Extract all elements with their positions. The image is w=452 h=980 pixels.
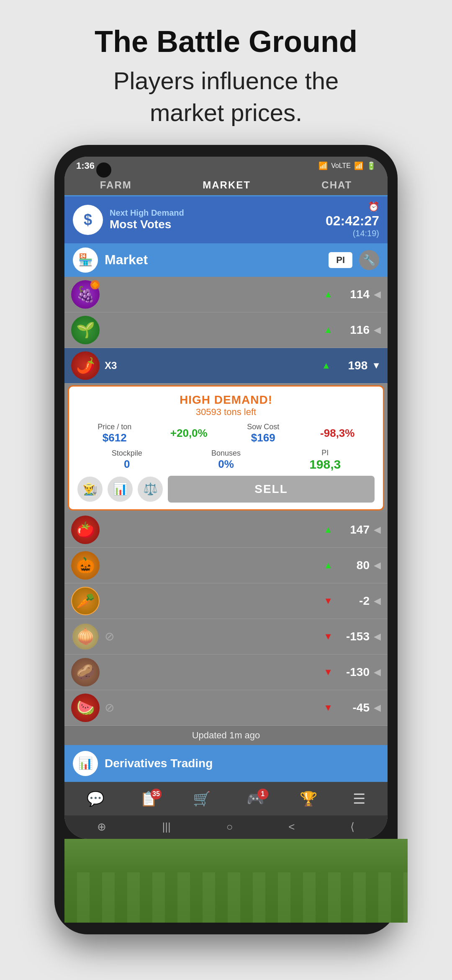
android-back-icon[interactable]: ⊕ [97,820,106,833]
hd-cell-pi: PI 198,3 [275,449,375,472]
nav-menu[interactable]: ☰ [353,790,365,807]
arrow-down-watermelon: ▼ [324,702,333,713]
chevron-onion: ◀ [374,631,381,642]
hd-cell-change: +20,0% [152,427,226,440]
hd-sowcost-label: Sow Cost [247,423,279,431]
market-row-watermelon[interactable]: 🍉 ⊘ ▼ -45 ◀ [64,690,388,726]
nav-shop[interactable]: 🛒 [193,790,211,807]
hd-farmer-icon[interactable]: 👨‍🌾 [77,477,103,502]
hd-sowchange-value: -98,3% [320,427,354,440]
hd-bonuses-label: Bonuses [211,449,241,458]
timer-icon: ⏰ [368,201,379,212]
hd-stockpile-label: Stockpile [112,449,142,458]
phone-screen: 1:36 📶 VoLTE 📶 🔋 FARM MARKET CHAT $ Next… [64,157,388,839]
quests-badge: 1 [257,789,268,799]
crop-icon-watermelon: 🍉 [71,694,100,722]
tab-market[interactable]: MARKET [203,179,251,196]
nav-inventory[interactable]: 📋 35 [140,790,157,807]
arrow-down-onion: ▼ [324,631,333,642]
hd-cell-bonuses: Bonuses 0% [177,449,276,471]
value-grapes: 114 [336,288,370,301]
wifi-icon: 📶 [318,161,328,170]
market-header: 🏪 Market PI 🔧 [64,243,388,277]
farm-background [64,839,408,923]
high-demand-card: HIGH DEMAND! 30593 tons left Price / ton… [68,385,384,511]
value-tomato: 147 [336,523,370,536]
android-nav: ⊕ ||| ○ < ⟨ [64,815,388,839]
chevron-potato: ◀ [374,667,381,678]
demand-banner: $ Next High Demand Most Votes ⏰ 02:42:27… [64,196,388,243]
hd-chart-icon[interactable]: 📊 [108,477,133,502]
market-row-carrot[interactable]: 🥕 ▼ -2 ◀ [64,583,388,619]
market-row-onion[interactable]: 🧅 ⊘ ▼ -153 ◀ [64,619,388,655]
crop-icon-pumpkin: 🎃 [71,551,100,580]
tab-farm[interactable]: FARM [100,179,132,195]
page-subtitle: Players influence themarket prices. [33,65,419,128]
arrow-down-carrot: ▼ [324,596,333,606]
page-title: The Battle Ground [33,25,419,58]
updated-bar: Updated 1m ago [64,726,388,745]
multiplier-pepper: X3 [105,360,117,371]
arrow-up-tomato: ▲ [324,524,333,535]
deriv-title: Derivatives Trading [105,757,213,770]
value-carrot: -2 [336,594,370,608]
android-recent-icon[interactable]: ||| [162,820,170,833]
hd-bottom-row: 👨‍🌾 📊 ⚖️ SELL [77,476,375,503]
demand-label: Next High Demand [110,208,319,218]
android-extra-icon[interactable]: ⟨ [350,820,354,833]
derivatives-banner[interactable]: 📊 Derivatives Trading [64,745,388,782]
battery-icon: 🔋 [367,161,376,170]
value-pepper: 198 [334,359,367,372]
bottom-nav: 💬 📋 35 🛒 🎮 1 🏆 ☰ [64,782,388,815]
ban-icon-onion: ⊘ [105,629,114,643]
tab-chat[interactable]: CHAT [321,179,352,195]
hd-cell-price: Price / ton $612 [77,423,152,444]
status-time: 1:36 [76,160,95,171]
hd-balance-icon[interactable]: ⚖️ [138,477,163,502]
crop-icon-grapes: 🍇 🔶 [71,280,100,309]
crop-icon-onion: 🧅 [71,622,100,651]
hd-title: HIGH DEMAND! [77,393,375,407]
arrow-up-peas: ▲ [324,325,333,335]
hd-pi-label: PI [321,449,329,457]
crop-icon-tomato: 🍅 [71,516,100,544]
market-row-potato[interactable]: 🥔 ▼ -130 ◀ [64,655,388,690]
arrow-up-pumpkin: ▲ [324,560,333,571]
market-store-icon: 🏪 [73,248,98,273]
market-row-grapes[interactable]: 🍇 🔶 ▲ 114 ◀ [64,277,388,312]
timer-sub: (14:19) [353,229,379,238]
market-row-pepper[interactable]: 🌶️ X3 ▲ 198 ▼ [64,348,388,384]
hd-cell-sowchange: -98,3% [300,427,375,440]
phone-frame: 1:36 📶 VoLTE 📶 🔋 FARM MARKET CHAT $ Next… [54,145,398,934]
value-watermelon: -45 [336,701,370,714]
android-home-icon[interactable]: ○ [226,820,233,833]
hd-sowcost-value: $169 [251,431,275,444]
android-back2-icon[interactable]: < [288,820,295,833]
hd-row-price: Price / ton $612 +20,0% Sow Cost $169 -9… [77,423,375,444]
hd-cell-stockpile: Stockpile 0 [77,449,177,471]
market-settings-icon[interactable]: 🔧 [359,250,379,270]
value-pumpkin: 80 [336,559,370,572]
camera-cutout [96,162,111,178]
sell-button[interactable]: SELL [168,476,375,503]
demand-value: Most Votes [110,218,319,231]
main-content: $ Next High Demand Most Votes ⏰ 02:42:27… [64,196,388,782]
market-row-pumpkin[interactable]: 🎃 ▲ 80 ◀ [64,548,388,583]
shop-icon: 🛒 [193,790,211,807]
chat-icon: 💬 [87,790,104,807]
chevron-grapes: ◀ [374,289,381,300]
nav-leaderboard[interactable]: 🏆 [300,790,317,807]
hd-row-stats: Stockpile 0 Bonuses 0% PI 198,3 [77,449,375,472]
arrow-up-pepper: ▲ [321,360,331,371]
nav-chat[interactable]: 💬 [87,790,104,807]
status-bar: 1:36 📶 VoLTE 📶 🔋 [64,157,388,175]
hd-price-value: $612 [103,431,127,444]
hd-pi-value: 198,3 [309,457,341,472]
value-peas: 116 [336,323,370,337]
status-icons: 📶 VoLTE 📶 🔋 [318,161,376,170]
hd-subtitle: 30593 tons left [77,407,375,418]
market-row-tomato[interactable]: 🍅 ▲ 147 ◀ [64,512,388,548]
nav-quests[interactable]: 🎮 1 [247,790,264,807]
arrow-up-grapes: ▲ [324,289,333,300]
market-row-peas[interactable]: 🌱 ▲ 116 ◀ [64,312,388,348]
